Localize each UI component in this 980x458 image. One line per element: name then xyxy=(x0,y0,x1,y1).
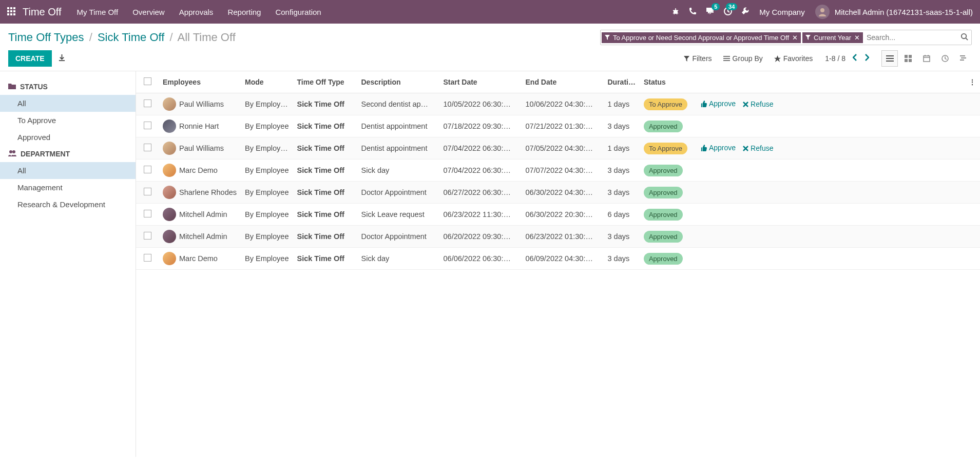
employee-name: Mitchell Admin xyxy=(179,210,227,218)
breadcrumb-link-types[interactable]: Time Off Types xyxy=(8,31,84,44)
cell-start-date: 07/18/2022 09:30:… xyxy=(439,115,522,137)
group-by-button[interactable]: Group By xyxy=(723,54,763,63)
col-description[interactable]: Description xyxy=(357,71,439,93)
search-bar[interactable]: To Approve or Need Second Approval or Ap… xyxy=(600,30,972,45)
favorites-button[interactable]: Favorites xyxy=(774,54,813,63)
view-list-icon[interactable] xyxy=(881,50,898,67)
activities-icon[interactable]: 34 xyxy=(724,7,732,17)
col-mode[interactable]: Mode xyxy=(241,71,293,93)
row-checkbox[interactable] xyxy=(144,232,151,240)
nav-reporting[interactable]: Reporting xyxy=(227,8,261,16)
search-input[interactable] xyxy=(864,31,958,44)
tools-icon[interactable] xyxy=(741,7,749,16)
breadcrumb-link-sick[interactable]: Sick Time Off xyxy=(98,31,164,44)
col-employees[interactable]: Employees xyxy=(159,71,241,93)
col-type[interactable]: Time Off Type xyxy=(293,71,357,93)
col-status[interactable]: Status xyxy=(640,71,696,93)
view-gantt-icon[interactable] xyxy=(955,50,972,67)
table-row[interactable]: Sharlene RhodesBy EmployeeSick Time OffD… xyxy=(136,182,980,204)
company-switcher[interactable]: My Company xyxy=(759,8,804,16)
nav-configuration[interactable]: Configuration xyxy=(275,8,321,16)
table-row[interactable]: Marc DemoBy EmployeeSick Time OffSick da… xyxy=(136,160,980,182)
table-row[interactable]: Paul WilliamsBy Employ…Sick Time OffDent… xyxy=(136,137,980,160)
cell-actions xyxy=(696,204,965,226)
row-checkbox[interactable] xyxy=(144,122,151,129)
sidebar-status-header: STATUS xyxy=(0,78,136,95)
employee-name: Mitchell Admin xyxy=(179,232,227,241)
view-kanban-icon[interactable] xyxy=(900,50,916,67)
cell-mode: By Employ… xyxy=(241,93,293,115)
employee-name: Paul Williams xyxy=(179,100,224,108)
cell-mode: By Employee xyxy=(241,204,293,226)
cell-type: Sick Time Off xyxy=(293,160,357,182)
pager-prev-icon[interactable] xyxy=(853,54,857,63)
cell-duration: 3 days xyxy=(604,160,640,182)
facet-remove-icon[interactable]: ✕ xyxy=(792,34,798,42)
cell-description: Dentist appointment xyxy=(357,115,439,137)
sidebar-item-dept-all[interactable]: All xyxy=(0,162,136,179)
facet-label: To Approve or Need Second Approval or Ap… xyxy=(613,34,789,42)
sidebar-item-to-approve[interactable]: To Approve xyxy=(0,112,136,129)
nav-my-time-off[interactable]: My Time Off xyxy=(77,8,119,16)
row-checkbox[interactable] xyxy=(144,254,151,262)
approve-button[interactable]: Approve xyxy=(700,144,736,152)
cell-mode: By Employee xyxy=(241,226,293,248)
cell-duration: 1 days xyxy=(604,137,640,160)
sidebar-item-status-all[interactable]: All xyxy=(0,95,136,112)
messages-icon[interactable]: 5 xyxy=(706,7,715,16)
col-options-icon[interactable]: ⋮ xyxy=(965,71,980,93)
pager-next-icon[interactable] xyxy=(864,54,869,63)
sidebar-item-approved[interactable]: Approved xyxy=(0,129,136,146)
pager-text[interactable]: 1-8 / 8 xyxy=(825,54,846,63)
phone-icon[interactable] xyxy=(689,7,697,16)
row-checkbox[interactable] xyxy=(144,99,151,107)
col-duration[interactable]: Durati… xyxy=(604,71,640,93)
row-checkbox[interactable] xyxy=(144,210,151,217)
avatar xyxy=(163,97,176,111)
activities-badge: 34 xyxy=(726,3,737,10)
table-row[interactable]: Mitchell AdminBy EmployeeSick Time OffSi… xyxy=(136,204,980,226)
row-checkbox[interactable] xyxy=(144,166,151,173)
col-end-date[interactable]: End Date xyxy=(522,71,604,93)
view-calendar-icon[interactable] xyxy=(918,50,935,67)
cell-end-date: 07/07/2022 04:30:… xyxy=(522,160,604,182)
cell-actions xyxy=(696,160,965,182)
view-activity-icon[interactable] xyxy=(937,50,953,67)
nav-overview[interactable]: Overview xyxy=(132,8,165,16)
download-icon[interactable] xyxy=(58,54,66,63)
table-row[interactable]: Marc DemoBy EmployeeSick Time OffSick da… xyxy=(136,248,980,270)
approve-button[interactable]: Approve xyxy=(700,99,736,108)
employee-name: Marc Demo xyxy=(179,254,218,263)
table-row[interactable]: Paul WilliamsBy Employ…Sick Time OffSeco… xyxy=(136,93,980,115)
select-all-checkbox[interactable] xyxy=(144,77,151,85)
cell-end-date: 06/30/2022 04:30:… xyxy=(522,182,604,204)
employee-name: Ronnie Hart xyxy=(179,122,219,130)
user-name: Mitchell Admin (16742131-saas-15-1-all) xyxy=(835,8,973,16)
facet-remove-icon[interactable]: ✕ xyxy=(854,34,860,42)
pager: 1-8 / 8 xyxy=(825,54,869,63)
col-actions xyxy=(696,71,965,93)
create-button[interactable]: CREATE xyxy=(8,50,52,67)
nav-approvals[interactable]: Approvals xyxy=(179,8,214,16)
apps-icon[interactable] xyxy=(7,7,15,17)
user-menu[interactable]: Mitchell Admin (16742131-saas-15-1-all) xyxy=(815,5,973,19)
refuse-button[interactable]: Refuse xyxy=(743,100,773,108)
debug-icon[interactable] xyxy=(671,7,680,17)
filters-button[interactable]: Filters xyxy=(684,54,712,63)
row-checkbox[interactable] xyxy=(144,188,151,195)
svg-rect-3 xyxy=(7,10,9,12)
search-facet-year: Current Year ✕ xyxy=(802,32,863,43)
table-row[interactable]: Mitchell AdminBy EmployeeSick Time OffDo… xyxy=(136,226,980,248)
sidebar-item-rd[interactable]: Research & Development xyxy=(0,196,136,213)
breadcrumb-sep: / xyxy=(169,31,172,44)
cell-mode: By Employee xyxy=(241,115,293,137)
svg-rect-21 xyxy=(960,59,964,61)
table-row[interactable]: Ronnie HartBy EmployeeSick Time OffDenti… xyxy=(136,115,980,137)
row-checkbox[interactable] xyxy=(144,144,151,151)
svg-point-23 xyxy=(12,150,15,153)
sidebar-item-management[interactable]: Management xyxy=(0,179,136,196)
refuse-button[interactable]: Refuse xyxy=(743,144,773,152)
search-icon[interactable] xyxy=(960,33,968,42)
group-by-label: Group By xyxy=(733,54,763,63)
col-start-date[interactable]: Start Date xyxy=(439,71,522,93)
